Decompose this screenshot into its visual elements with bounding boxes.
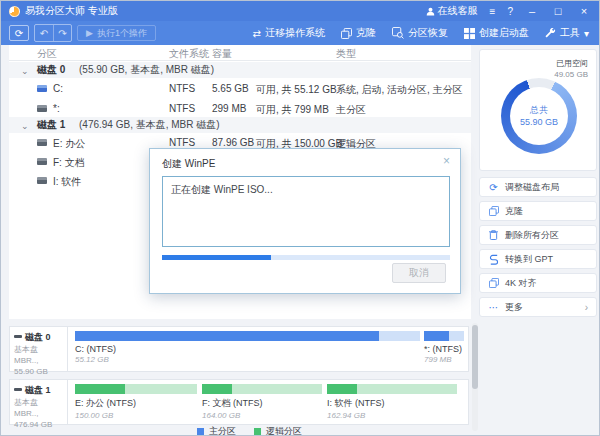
minimize-button[interactable]: – <box>525 1 539 21</box>
logical-color-swatch <box>254 428 261 435</box>
chevron-down-icon[interactable]: ⌄ <box>21 118 29 134</box>
primary-color-swatch <box>197 428 204 435</box>
close-button[interactable]: × <box>577 1 591 21</box>
chevron-right-icon: › <box>585 302 588 313</box>
legend-primary: 主分区 <box>197 425 236 436</box>
table-row-star[interactable]: *: NTFS 299 MB 可用, 共 799 MB 主分区 <box>9 100 471 117</box>
disk1-map: 磁盘 1 基本盘 MBR.., 476.94 GB E: 办公 (NTFS) 1… <box>9 379 469 425</box>
partition-icon <box>37 177 47 184</box>
clone-button[interactable]: 克隆 <box>341 26 376 40</box>
disk1-label[interactable]: 磁盘 1 基本盘 MBR.., 476.94 GB <box>10 380 68 424</box>
partition-icon <box>37 158 47 165</box>
online-support-button[interactable]: 在线客服 <box>426 4 478 18</box>
dialog-message: 正在创建 WinPE ISO... <box>171 184 273 195</box>
delete-all-partitions-button[interactable]: 删除所有分区 <box>479 225 597 245</box>
migrate-icon: ⇄ <box>253 28 261 39</box>
boot-disk-icon <box>464 28 475 39</box>
redo-button[interactable]: ↷ <box>53 25 71 41</box>
help-icon[interactable]: ? <box>507 6 513 17</box>
more-button[interactable]: ⋯ 更多 › <box>479 297 597 317</box>
app-window: 易我分区大师 专业版 在线客服 ≡ ? – □ × ⟳ ↶ ↷ ▶ 执行1个操作… <box>0 0 600 436</box>
adjust-disk-layout-button[interactable]: ⟳ 调整磁盘布局 <box>479 177 597 197</box>
close-icon[interactable]: × <box>443 155 450 167</box>
scrollbar-thumb[interactable] <box>472 325 478 389</box>
vertical-scrollbar[interactable] <box>472 323 478 431</box>
4k-align-button[interactable]: 4K 对齐 <box>479 273 597 293</box>
partition-icon <box>37 139 47 146</box>
create-bootable-disk-button[interactable]: 创建启动盘 <box>464 26 529 40</box>
used-space-label: 已用空间 49.05 GB <box>554 58 588 80</box>
align-icon <box>488 278 499 288</box>
trash-icon <box>488 230 499 240</box>
tools-button[interactable]: 工具 ▾ <box>545 26 589 40</box>
clone-icon <box>488 206 499 216</box>
clone-icon <box>341 28 352 39</box>
winpe-progress-bar <box>162 255 450 260</box>
clone-disk-button[interactable]: 克隆 <box>479 201 597 221</box>
adjust-layout-icon: ⟳ <box>488 182 499 193</box>
migrate-os-button[interactable]: ⇄ 迁移操作系统 <box>253 26 325 40</box>
dialog-log-box: 正在创建 WinPE ISO... <box>162 176 450 247</box>
disk0-partition-c[interactable]: C: (NTFS) 55.12 GB <box>75 331 420 364</box>
partition-icon <box>37 85 47 92</box>
col-type: 类型 <box>336 47 356 61</box>
undo-icon: ↶ <box>40 28 48 39</box>
recovery-icon <box>392 27 404 39</box>
dialog-title: 创建 WinPE <box>162 157 215 171</box>
play-icon: ▶ <box>86 28 93 38</box>
col-filesystem: 文件系统 <box>169 47 209 61</box>
disk1-partition-f[interactable]: F: 文档 (NTFS) 164.00 GB <box>202 384 322 420</box>
partition-icon <box>37 105 47 112</box>
disk0-partition-star[interactable]: *: (NTFS) 799 MB <box>424 331 464 364</box>
chevron-down-icon: ▾ <box>584 28 589 39</box>
disk0-label[interactable]: 磁盘 0 基本盘 MBR.., 55.90 GB <box>10 327 68 371</box>
disk-icon <box>14 335 22 338</box>
ellipsis-icon: ⋯ <box>488 302 499 313</box>
create-winpe-dialog: 创建 WinPE × 正在创建 WinPE ISO... 取消 <box>149 148 461 294</box>
partition-recovery-button[interactable]: 分区恢复 <box>392 26 448 40</box>
convert-icon <box>488 254 499 265</box>
usage-total: 总共 55.90 GB <box>501 78 577 154</box>
toolbar: ⟳ ↶ ↷ ▶ 执行1个操作 ⇄ 迁移操作系统 克隆 分区恢复 创建启 <box>1 21 599 45</box>
table-header: 分区 文件系统 容量 类型 <box>9 45 471 61</box>
wrench-icon <box>545 28 556 39</box>
disk-usage-panel: 已用空间 49.05 GB 总共 55.90 GB <box>479 49 597 171</box>
table-row-c[interactable]: C: NTFS 5.65 GB 可用, 共 55.12 GB 系统, 启动, 活… <box>9 80 471 97</box>
app-logo-icon <box>9 6 20 17</box>
cancel-button[interactable]: 取消 <box>392 263 446 283</box>
table-row-disk1[interactable]: ⌄ 磁盘 1 (476.94 GB, 基本盘, MBR 磁盘) <box>9 117 471 133</box>
col-capacity: 容量 <box>212 47 232 61</box>
maximize-button[interactable]: □ <box>551 1 565 21</box>
col-partition: 分区 <box>37 47 57 61</box>
undo-button[interactable]: ↶ <box>35 25 53 41</box>
refresh-button[interactable]: ⟳ <box>9 25 29 41</box>
disk0-map: 磁盘 0 基本盘 MBR.., 55.90 GB C: (NTFS) 55.12… <box>9 326 469 372</box>
disk1-partition-i[interactable]: I: 软件 (NTFS) 162.94 GB <box>327 384 457 420</box>
execute-operations-button[interactable]: ▶ 执行1个操作 <box>77 25 156 41</box>
menu-icon[interactable]: ≡ <box>490 6 496 17</box>
person-icon <box>426 7 435 16</box>
progress-fill <box>162 255 271 260</box>
disk-icon <box>14 388 22 391</box>
partition-legend: 主分区 逻辑分区 <box>197 425 302 436</box>
refresh-icon: ⟳ <box>15 28 23 39</box>
table-row-disk0[interactable]: ⌄ 磁盘 0 (55.90 GB, 基本盘, MBR 磁盘) <box>9 62 471 78</box>
redo-icon: ↷ <box>58 28 66 39</box>
title-bar: 易我分区大师 专业版 在线客服 ≡ ? – □ × <box>1 1 599 21</box>
legend-logical: 逻辑分区 <box>254 425 302 436</box>
app-title: 易我分区大师 专业版 <box>25 4 118 18</box>
chevron-down-icon[interactable]: ⌄ <box>21 63 29 79</box>
disk1-partition-e[interactable]: E: 办公 (NTFS) 150.00 GB <box>75 384 197 420</box>
convert-to-gpt-button[interactable]: 转换到 GPT <box>479 249 597 269</box>
